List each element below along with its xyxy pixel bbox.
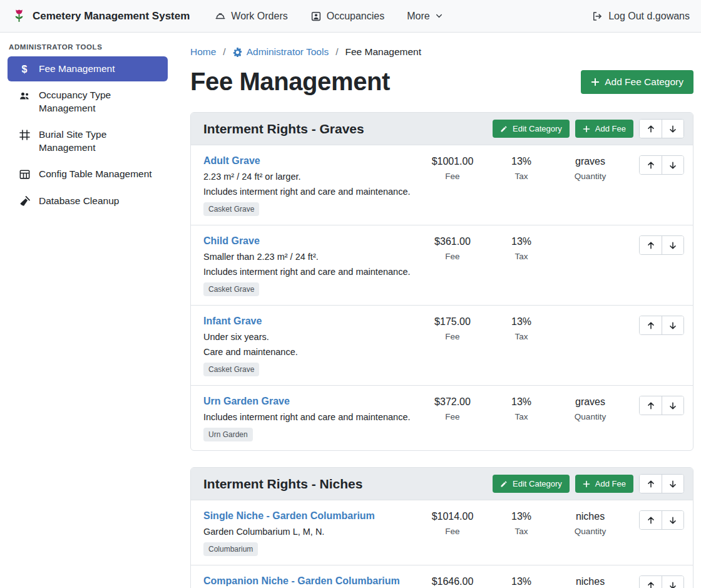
move-fee-up-button[interactable]	[640, 396, 662, 415]
quantity-label: Quantity	[558, 172, 623, 181]
arrow-up-icon	[647, 241, 655, 250]
fee-reorder-group	[639, 155, 684, 175]
move-fee-up-button[interactable]	[640, 316, 662, 334]
breadcrumb: Home / Administrator Tools / Fee Managem…	[190, 46, 693, 58]
logout-label: Log Out d.gowans	[608, 11, 690, 22]
arrow-up-icon	[647, 401, 655, 410]
move-category-down-button[interactable]	[662, 120, 683, 138]
fee-description: 2.23 m² / 24 ft² or larger.	[203, 172, 416, 182]
category-actions: Edit Category Add Fee	[493, 474, 684, 493]
sidebar-item-config-table[interactable]: Config Table Management	[8, 162, 168, 187]
arrow-down-icon	[668, 581, 677, 588]
logout-link[interactable]: Log Out d.gowans	[591, 11, 690, 22]
arrow-down-icon	[668, 480, 677, 488]
sidebar-item-database-cleanup[interactable]: Database Cleanup	[8, 188, 168, 214]
category-header: Interment Rights - Niches Edit Category	[191, 468, 693, 500]
fee-type-badge: Casket Grave	[203, 282, 259, 296]
move-fee-down-button[interactable]	[662, 236, 683, 254]
tax-col: 13% Tax	[489, 575, 554, 588]
move-fee-down-button[interactable]	[662, 576, 683, 588]
tax-value: 13%	[489, 236, 554, 247]
fee-description: Garden Columbarium L, M, N.	[203, 527, 416, 537]
move-fee-up-button[interactable]	[640, 576, 662, 588]
move-fee-down-button[interactable]	[662, 396, 683, 415]
move-fee-up-button[interactable]	[640, 511, 662, 529]
add-fee-label: Add Fee	[595, 479, 626, 488]
fee-actions	[627, 575, 684, 588]
sidebar-item-fee-management[interactable]: $ Fee Management	[8, 56, 168, 81]
fee-type-badge: Columbarium	[203, 542, 258, 556]
nav-work-orders[interactable]: Work Orders	[215, 11, 287, 22]
move-fee-down-button[interactable]	[662, 316, 683, 334]
category-reorder-group	[639, 119, 684, 138]
main-content: Home / Administrator Tools / Fee Managem…	[175, 33, 701, 588]
breadcrumb-home-link[interactable]: Home	[190, 46, 216, 58]
category-card-graves: Interment Rights - Graves Edit Category	[190, 112, 693, 451]
fee-name-link[interactable]: Urn Garden Grave	[203, 396, 290, 406]
move-category-up-button[interactable]	[640, 120, 662, 138]
fee-actions	[627, 396, 684, 415]
sidebar-item-label: Config Table Management	[39, 168, 152, 180]
move-category-down-button[interactable]	[662, 475, 683, 493]
fee-name-link[interactable]: Adult Grave	[203, 155, 260, 166]
tax-label: Tax	[489, 172, 554, 181]
plus-icon	[583, 125, 590, 133]
nav-more[interactable]: More	[407, 11, 443, 22]
quantity-value: niches	[558, 511, 623, 522]
fee-name-link[interactable]: Infant Grave	[203, 316, 262, 326]
move-fee-down-button[interactable]	[662, 156, 683, 174]
edit-category-label: Edit Category	[513, 124, 562, 133]
tax-col: 13% Tax	[489, 316, 554, 341]
quantity-col: graves Quantity	[558, 396, 623, 421]
move-fee-down-button[interactable]	[662, 511, 683, 529]
quantity-col: niches Quantity	[558, 510, 623, 536]
fee-amount: $175.00	[420, 316, 485, 328]
nav-occupancies[interactable]: Occupancies	[310, 11, 385, 22]
move-fee-up-button[interactable]	[640, 156, 662, 174]
fee-reorder-group	[639, 510, 684, 530]
fee-description: Includes interment right and care and ma…	[203, 187, 416, 197]
fee-name-link[interactable]: Single Niche - Garden Columbarium	[203, 510, 375, 521]
fee-row: Child Grave Smaller than 2.23 m² / 24 ft…	[191, 225, 693, 305]
move-category-up-button[interactable]	[640, 475, 662, 493]
edit-category-button[interactable]: Edit Category	[493, 120, 570, 138]
arrow-down-icon	[668, 321, 677, 330]
brand-link[interactable]: Cemetery Management System	[11, 8, 190, 24]
fee-name-link[interactable]: Companion Niche - Garden Columbarium	[203, 575, 400, 586]
sidebar: ADMINISTRATOR TOOLS $ Fee Management Occ…	[0, 33, 175, 588]
arrow-up-icon	[647, 125, 655, 133]
nav-work-orders-label: Work Orders	[231, 11, 287, 22]
arrow-down-icon	[668, 401, 677, 410]
fee-name-link[interactable]: Child Grave	[203, 235, 260, 246]
quantity-col	[558, 316, 623, 321]
artboard-icon	[18, 129, 31, 141]
sidebar-item-label: Burial Site Type Management	[39, 128, 164, 154]
primary-nav: Work Orders Occupancies More	[215, 11, 443, 22]
fee-description: Smaller than 2.23 m² / 24 ft².	[203, 252, 416, 262]
arrow-up-icon	[647, 516, 655, 525]
sidebar-item-burial-site-type[interactable]: Burial Site Type Management	[8, 122, 168, 160]
breadcrumb-admin-tools-link[interactable]: Administrator Tools	[233, 46, 329, 58]
fee-actions	[627, 235, 684, 255]
add-fee-category-button[interactable]: Add Fee Category	[581, 70, 693, 94]
add-fee-button[interactable]: Add Fee	[575, 475, 633, 493]
arrow-down-icon	[668, 241, 677, 250]
fee-amount: $1001.00	[420, 156, 485, 167]
edit-category-label: Edit Category	[513, 479, 562, 488]
quantity-value: graves	[558, 396, 623, 408]
edit-category-button[interactable]: Edit Category	[493, 475, 570, 493]
quantity-col: niches Quantity	[558, 575, 623, 588]
quantity-value: graves	[558, 156, 623, 167]
arrow-up-icon	[647, 161, 655, 170]
sidebar-item-occupancy-type[interactable]: Occupancy Type Management	[8, 83, 168, 121]
fee-main: Urn Garden Grave Includes interment righ…	[203, 396, 416, 441]
category-title: Interment Rights - Graves	[203, 121, 493, 137]
category-title: Interment Rights - Niches	[203, 477, 493, 492]
fee-row: Urn Garden Grave Includes interment righ…	[191, 385, 693, 450]
add-fee-button[interactable]: Add Fee	[575, 120, 633, 138]
move-fee-up-button[interactable]	[640, 236, 662, 254]
tax-col: 13% Tax	[489, 235, 554, 261]
chevron-down-icon	[435, 12, 443, 20]
fee-main: Child Grave Smaller than 2.23 m² / 24 ft…	[203, 235, 416, 296]
sidebar-item-label: Database Cleanup	[39, 195, 119, 207]
